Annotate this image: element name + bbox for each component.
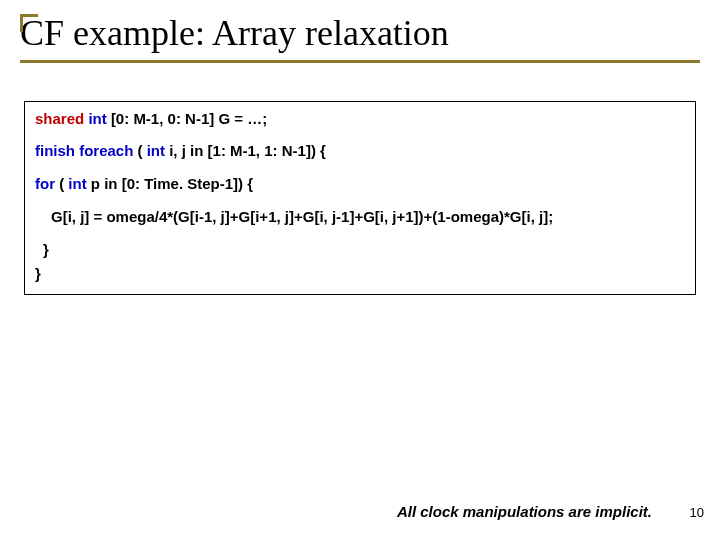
kw-int: int (147, 142, 165, 159)
code-text: ( (138, 142, 143, 159)
code-block: shared int [0: M-1, 0: N-1] G = …; finis… (24, 101, 696, 296)
code-line-5: } (35, 241, 685, 260)
footer-note: All clock manipulations are implicit. (397, 503, 652, 520)
kw-for: for (35, 175, 55, 192)
code-text: ( (59, 175, 64, 192)
slide-title: CF example: Array relaxation (20, 14, 700, 63)
code-text: [0: M-1, 0: N-1] G = …; (111, 110, 267, 127)
code-line-6: } (35, 265, 685, 284)
kw-int: int (88, 110, 106, 127)
title-corner-accent (20, 14, 38, 32)
code-line-1: shared int [0: M-1, 0: N-1] G = …; (35, 110, 685, 129)
kw-shared: shared (35, 110, 84, 127)
code-text: G[i, j] = omega/4*(G[i-1, j]+G[i+1, j]+G… (51, 208, 553, 225)
kw-finish: finish (35, 142, 75, 159)
code-text: p in [0: Time. Step-1]) { (91, 175, 253, 192)
code-line-3: for ( int p in [0: Time. Step-1]) { (35, 175, 685, 194)
page-number: 10 (690, 505, 704, 520)
code-line-2: finish foreach ( int i, j in [1: M-1, 1:… (35, 142, 685, 161)
kw-int: int (68, 175, 86, 192)
title-container: CF example: Array relaxation (0, 0, 720, 71)
kw-foreach: foreach (79, 142, 133, 159)
code-text: } (35, 265, 41, 282)
code-text: i, j in [1: M-1, 1: N-1]) { (169, 142, 326, 159)
code-text: } (43, 241, 49, 258)
code-line-4: G[i, j] = omega/4*(G[i-1, j]+G[i+1, j]+G… (35, 208, 685, 227)
